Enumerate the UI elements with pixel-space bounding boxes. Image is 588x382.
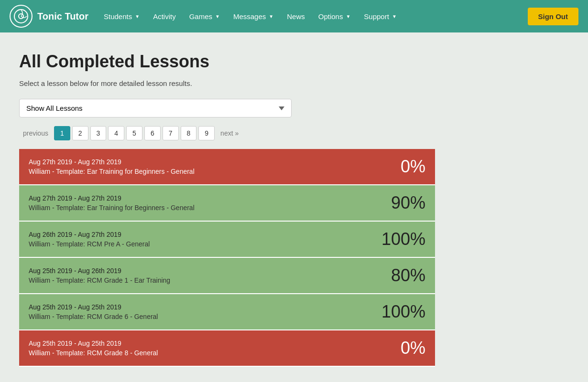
pagination: previous 1 2 3 4 5 6 7 8 9 next » xyxy=(19,126,569,140)
lesson-score: 100% xyxy=(372,221,435,257)
lesson-name: William - Template: RCM Pre A - General xyxy=(29,240,362,248)
pagination-page-7[interactable]: 7 xyxy=(163,126,179,140)
pagination-page-1[interactable]: 1 xyxy=(54,126,70,140)
lesson-filter-select[interactable]: Show All Lessons xyxy=(19,99,292,117)
lesson-score: 100% xyxy=(372,294,435,330)
pagination-page-2[interactable]: 2 xyxy=(72,126,88,140)
pagination-page-8[interactable]: 8 xyxy=(181,126,197,140)
nav-students[interactable]: Students ▼ xyxy=(98,9,145,24)
brand-title: Tonic Tutor xyxy=(37,11,88,22)
lesson-date: Aug 25th 2019 - Aug 25th 2019 xyxy=(29,303,362,311)
options-dropdown-icon: ▼ xyxy=(346,14,350,19)
lesson-row[interactable]: Aug 25th 2019 - Aug 26th 2019William - T… xyxy=(19,257,435,294)
page-subtitle: Select a lesson below for more detailed … xyxy=(19,79,569,87)
lesson-row[interactable]: Aug 25th 2019 - Aug 25th 2019William - T… xyxy=(19,294,435,330)
lesson-score: 0% xyxy=(372,149,435,185)
nav-activity[interactable]: Activity xyxy=(147,9,182,24)
lesson-name: William - Template: Ear Training for Beg… xyxy=(29,204,362,212)
brand-logo xyxy=(10,5,33,28)
navbar: Tonic Tutor Students ▼ Activity Games ▼ … xyxy=(0,0,588,32)
nav-games[interactable]: Games ▼ xyxy=(184,9,226,24)
lesson-row[interactable]: Aug 27th 2019 - Aug 27th 2019William - T… xyxy=(19,149,435,185)
lesson-date: Aug 25th 2019 - Aug 25th 2019 xyxy=(29,340,362,347)
messages-dropdown-icon: ▼ xyxy=(269,14,273,19)
pagination-previous[interactable]: previous xyxy=(19,127,52,140)
sign-out-button[interactable]: Sign Out xyxy=(528,8,579,25)
nav-support[interactable]: Support ▼ xyxy=(358,9,402,24)
games-dropdown-icon: ▼ xyxy=(215,14,220,19)
main-content: All Completed Lessons Select a lesson be… xyxy=(0,32,588,382)
nav-links: Students ▼ Activity Games ▼ Messages ▼ N… xyxy=(98,9,527,24)
lesson-row[interactable]: Aug 25th 2019 - Aug 25th 2019William - T… xyxy=(19,330,435,366)
pagination-page-5[interactable]: 5 xyxy=(126,126,142,140)
lesson-score: 0% xyxy=(372,330,435,366)
lesson-date: Aug 25th 2019 - Aug 26th 2019 xyxy=(29,267,362,275)
lesson-date: Aug 27th 2019 - Aug 27th 2019 xyxy=(29,194,362,202)
nav-news[interactable]: News xyxy=(281,9,311,24)
pagination-next[interactable]: next » xyxy=(217,127,242,140)
lessons-table: Aug 27th 2019 - Aug 27th 2019William - T… xyxy=(19,149,435,367)
lesson-score: 90% xyxy=(372,185,435,221)
pagination-page-3[interactable]: 3 xyxy=(90,126,107,140)
nav-options[interactable]: Options ▼ xyxy=(313,9,357,24)
lesson-date: Aug 26th 2019 - Aug 27th 2019 xyxy=(29,231,362,238)
lesson-row[interactable]: Aug 26th 2019 - Aug 27th 2019William - T… xyxy=(19,221,435,257)
lesson-name: William - Template: RCM Grade 6 - Genera… xyxy=(29,313,362,320)
nav-messages[interactable]: Messages ▼ xyxy=(228,9,279,24)
lesson-name: William - Template: RCM Grade 1 - Ear Tr… xyxy=(29,276,362,284)
page-title: All Completed Lessons xyxy=(19,52,569,72)
pagination-page-4[interactable]: 4 xyxy=(108,126,124,140)
lesson-name: William - Template: Ear Training for Beg… xyxy=(29,168,362,175)
brand-logo-link[interactable]: Tonic Tutor xyxy=(10,5,88,28)
lesson-row[interactable]: Aug 27th 2019 - Aug 27th 2019William - T… xyxy=(19,185,435,221)
support-dropdown-icon: ▼ xyxy=(392,14,397,19)
pagination-page-9[interactable]: 9 xyxy=(198,126,215,140)
students-dropdown-icon: ▼ xyxy=(135,14,140,19)
lesson-score: 80% xyxy=(372,257,435,294)
pagination-page-6[interactable]: 6 xyxy=(144,126,161,140)
lesson-name: William - Template: RCM Grade 8 - Genera… xyxy=(29,349,362,357)
lesson-date: Aug 27th 2019 - Aug 27th 2019 xyxy=(29,158,362,166)
